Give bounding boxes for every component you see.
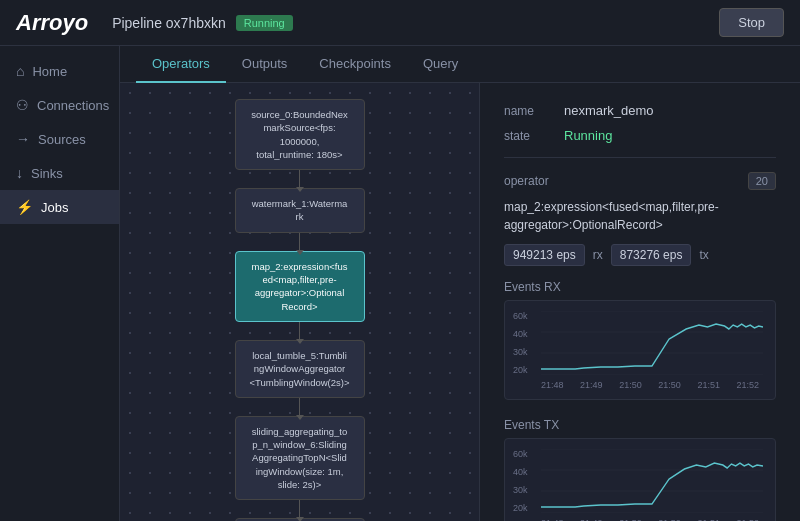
state-row: state Running (504, 128, 776, 143)
sidebar-item-connections-label: Connections (37, 98, 109, 113)
sources-icon: → (16, 131, 30, 147)
connector-3 (299, 322, 300, 340)
details-panel: name nexmark_demo state Running operator… (480, 83, 800, 521)
tab-query[interactable]: Query (407, 46, 474, 83)
header: Arroyo Pipeline ox7hbxkn Running Stop (0, 0, 800, 46)
rx-label: rx (593, 248, 603, 262)
operator-name: map_2:expression<fused<map,filter,pre-ag… (504, 198, 776, 234)
rx-yaxis: 60k 40k 30k 20k (513, 311, 528, 375)
sidebar-item-jobs[interactable]: ⚡ Jobs (0, 190, 119, 224)
node-sliding[interactable]: sliding_aggregating_to p_n_window_6:Slid… (235, 416, 365, 500)
tab-operators[interactable]: Operators (136, 46, 226, 83)
main-layout: ⌂ Home ⚇ Connections → Sources ↓ Sinks ⚡… (0, 46, 800, 521)
content-split: source_0:BoundedNex markSource<fps: 1000… (120, 83, 800, 521)
node-map2[interactable]: map_2:expression<fus ed<map,filter,pre- … (235, 251, 365, 322)
events-tx-title: Events TX (504, 418, 776, 432)
sidebar: ⌂ Home ⚇ Connections → Sources ↓ Sinks ⚡… (0, 46, 120, 521)
connector-1 (299, 170, 300, 188)
sidebar-item-sources-label: Sources (38, 132, 86, 147)
node-wrapper-source: source_0:BoundedNex markSource<fps: 1000… (235, 99, 365, 188)
sidebar-item-jobs-label: Jobs (41, 200, 68, 215)
rx-metric-chip: 949213 eps (504, 244, 585, 266)
tx-chart-svg (541, 449, 763, 513)
tx-metric-chip: 873276 eps (611, 244, 692, 266)
name-value: nexmark_demo (564, 103, 654, 118)
app-logo: Arroyo (16, 10, 88, 36)
node-source[interactable]: source_0:BoundedNex markSource<fps: 1000… (235, 99, 365, 170)
name-label: name (504, 104, 564, 118)
events-tx-section: Events TX 60k 40k 30k 20k (504, 418, 776, 521)
sinks-icon: ↓ (16, 165, 23, 181)
pipeline-nodes-container: source_0:BoundedNex markSource<fps: 1000… (120, 83, 479, 521)
node-wrapper-watermark: watermark_1:Waterma rk (235, 188, 365, 251)
metrics-row: 949213 eps rx 873276 eps tx (504, 244, 776, 266)
tab-checkpoints[interactable]: Checkpoints (303, 46, 407, 83)
connector-4 (299, 398, 300, 416)
home-icon: ⌂ (16, 63, 24, 79)
pipeline-title: Pipeline ox7hbxkn (112, 15, 226, 31)
node-local-tumble[interactable]: local_tumble_5:Tumbli ngWindowAggregator… (235, 340, 365, 398)
operator-header: operator 20 (504, 172, 776, 190)
tabs-bar: Operators Outputs Checkpoints Query (120, 46, 800, 83)
node-wrapper-sliding: sliding_aggregating_to p_n_window_6:Slid… (235, 416, 365, 518)
tx-yaxis: 60k 40k 30k 20k (513, 449, 528, 513)
node-watermark[interactable]: watermark_1:Waterma rk (235, 188, 365, 233)
state-value: Running (564, 128, 612, 143)
connector-5 (299, 500, 300, 518)
events-tx-chart: 60k 40k 30k 20k 2 (504, 438, 776, 521)
sidebar-item-sinks-label: Sinks (31, 166, 63, 181)
pipeline-graph: source_0:BoundedNex markSource<fps: 1000… (120, 83, 480, 521)
name-row: name nexmark_demo (504, 103, 776, 118)
sidebar-item-home[interactable]: ⌂ Home (0, 54, 119, 88)
tx-xaxis: 21:48 21:49 21:50 21:50 21:51 21:52 (517, 516, 763, 521)
operator-section: operator 20 map_2:expression<fused<map,f… (504, 157, 776, 266)
events-rx-chart: 60k 40k 30k 20k (504, 300, 776, 400)
tab-outputs[interactable]: Outputs (226, 46, 304, 83)
sidebar-item-sources[interactable]: → Sources (0, 122, 119, 156)
content-area: Operators Outputs Checkpoints Query sour… (120, 46, 800, 521)
jobs-icon: ⚡ (16, 199, 33, 215)
stop-button[interactable]: Stop (719, 8, 784, 37)
rx-chart-svg (541, 311, 763, 375)
events-rx-title: Events RX (504, 280, 776, 294)
state-label: state (504, 129, 564, 143)
sidebar-item-connections[interactable]: ⚇ Connections (0, 88, 119, 122)
sidebar-item-sinks[interactable]: ↓ Sinks (0, 156, 119, 190)
events-rx-section: Events RX 60k 40k 30k 20k (504, 280, 776, 400)
operator-label: operator (504, 174, 549, 188)
operator-count-badge: 20 (748, 172, 776, 190)
node-wrapper-local-tumble: local_tumble_5:Tumbli ngWindowAggregator… (235, 340, 365, 416)
sidebar-item-home-label: Home (32, 64, 67, 79)
connector-2 (299, 233, 300, 251)
rx-xaxis: 21:48 21:49 21:50 21:50 21:51 21:52 (517, 378, 763, 390)
node-wrapper-map2: map_2:expression<fus ed<map,filter,pre- … (235, 251, 365, 340)
connections-icon: ⚇ (16, 97, 29, 113)
pipeline-status-badge: Running (236, 15, 293, 31)
tx-label: tx (699, 248, 708, 262)
